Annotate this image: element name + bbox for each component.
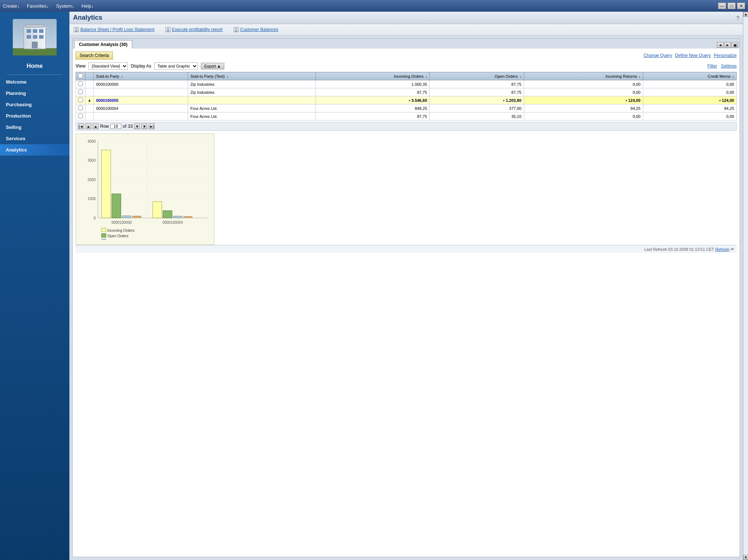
chart-container: 4000 3000 2000 1000 0	[76, 134, 214, 245]
sidebar-item-planning[interactable]: Planning	[0, 88, 69, 99]
row4-checkbox[interactable]	[78, 106, 83, 110]
row3-returns: ▪ 124,00	[524, 96, 643, 104]
settings-label[interactable]: Settings	[721, 64, 737, 69]
sidebar-item-production[interactable]: Production	[0, 110, 69, 122]
sidebar-item-analytics[interactable]: Analytics	[0, 144, 69, 156]
th-open-orders[interactable]: Open Orders ↕	[430, 72, 524, 80]
row3-checkbox-cell[interactable]	[76, 96, 85, 104]
link-customer-balances[interactable]: ☰ Customer Balances	[234, 27, 279, 32]
svg-rect-7	[27, 35, 31, 39]
chart-legend-open-label: Open Orders	[107, 234, 129, 238]
chart-legend-incoming-box	[102, 228, 106, 232]
toolbar-right: Change Query Define New Query Personaliz…	[644, 53, 737, 58]
row-label: Row	[100, 124, 109, 129]
select-all-checkbox[interactable]	[78, 73, 83, 78]
refresh-link[interactable]: Refresh	[715, 247, 729, 252]
tab-prev-button[interactable]: ◄	[717, 42, 724, 48]
scrollbar-right: ▲ ▼	[743, 12, 748, 560]
row3-returns-dot: ▪	[626, 98, 628, 103]
tab-customer-analysis[interactable]: Customer Analysis (30)	[74, 40, 132, 49]
page-first-button[interactable]: |◄	[78, 123, 84, 129]
svg-text:4000: 4000	[88, 139, 96, 143]
row4-incoming: 848,25	[316, 104, 429, 112]
sidebar-item-selling[interactable]: Selling	[0, 122, 69, 133]
row4-returns: 94,25	[524, 104, 643, 112]
th-incoming-returns[interactable]: Incoming Returns ↕	[524, 72, 643, 80]
page-last-button[interactable]: ►|	[149, 123, 154, 129]
filter-label[interactable]: Filter	[707, 64, 717, 69]
tab-close-button[interactable]: ▣	[732, 42, 738, 48]
row3-checkbox[interactable]	[78, 97, 83, 102]
content-panel: Customer Analysis (30) ◄ ► ▣ Search Crit…	[72, 38, 740, 557]
svg-rect-10	[32, 42, 38, 49]
link-profitability[interactable]: ☰ Execute profitability report	[165, 27, 223, 32]
scroll-up-button[interactable]: ▲	[743, 12, 748, 17]
links-bar: ☰ Balance Sheet / Profit Loss Statement …	[69, 24, 743, 35]
table-row: 0000100004 Four Acres Ltd. 848,25 377,00…	[76, 104, 737, 112]
tab-controls[interactable]: ◄ ► ▣	[717, 42, 738, 48]
change-query-link[interactable]: Change Query	[644, 53, 672, 58]
page-next2-button[interactable]: ▼	[141, 123, 147, 129]
row1-open: 87,75	[430, 80, 524, 88]
th-incoming-orders[interactable]: Incoming Orders ↕	[316, 72, 429, 80]
sort-incoming-orders-icon[interactable]: ↕	[425, 75, 427, 78]
row5-checkbox-cell[interactable]	[76, 112, 85, 120]
row5-sold-to-text: Four Acres Ltd.	[188, 112, 316, 120]
scroll-down-button[interactable]: ▼	[743, 555, 748, 560]
menu-bar[interactable]: Create↓ Favorites↓ System↓ Help↓	[3, 3, 94, 9]
sort-open-orders-icon[interactable]: ↕	[520, 75, 522, 78]
sort-incoming-returns-icon[interactable]: ↕	[639, 75, 641, 78]
row2-checkbox[interactable]	[78, 89, 83, 94]
view-label: View	[76, 64, 85, 69]
sidebar-item-welcome[interactable]: Welcome	[0, 76, 69, 88]
th-sold-to-party[interactable]: Sold-to Party ↕	[94, 72, 188, 80]
menu-system[interactable]: System↓	[56, 3, 75, 9]
table-area: Search Criteria Change Query Define New …	[73, 49, 740, 557]
row1-checkbox-cell[interactable]	[76, 80, 85, 88]
page-prev-button[interactable]: ▲	[85, 123, 91, 129]
search-criteria-button[interactable]: Search Criteria	[76, 51, 113, 60]
last-refresh-text: Last Refresh 03.10.2009 01:13:51 CET	[644, 247, 714, 252]
export-button[interactable]: Export ▲	[201, 63, 224, 69]
help-icon[interactable]: ?	[736, 15, 739, 21]
tab-next-button[interactable]: ►	[724, 42, 731, 48]
row1-icon-cell	[85, 80, 94, 88]
define-new-query-link[interactable]: Define New Query	[675, 53, 711, 58]
svg-text:0: 0	[94, 216, 96, 220]
sidebar-item-purchasing[interactable]: Purchasing	[0, 99, 69, 110]
chart-bar-g1-open	[112, 194, 121, 218]
page-next-button[interactable]: ▼	[134, 123, 140, 129]
minimize-button[interactable]: —	[718, 3, 726, 9]
row2-checkbox-cell[interactable]	[76, 88, 85, 96]
page-prev2-button[interactable]: ▲	[93, 123, 99, 129]
close-button[interactable]: ✕	[737, 3, 745, 9]
link-balance-sheet[interactable]: ☰ Balance Sheet / Profit Loss Statement	[74, 27, 154, 32]
row4-checkbox-cell[interactable]	[76, 104, 85, 112]
th-credit-memo[interactable]: Credit Memo ↕	[643, 72, 736, 80]
svg-rect-5	[33, 29, 37, 33]
top-bar: Analytics ?	[69, 12, 743, 24]
home-label: Home	[27, 63, 43, 69]
th-sold-to-party-text[interactable]: Sold-to Party (Text) ↕	[188, 72, 316, 80]
sidebar-item-services[interactable]: Services	[0, 133, 69, 144]
row1-credit: 0,00	[643, 80, 736, 88]
app-container: Home Welcome Planning Purchasing Product…	[0, 12, 748, 560]
menu-help[interactable]: Help↓	[81, 3, 94, 9]
sort-sold-to-icon[interactable]: ↕	[121, 75, 123, 78]
restore-button[interactable]: □	[728, 3, 736, 9]
sort-credit-memo-icon[interactable]: ↕	[733, 75, 734, 78]
menu-favorites[interactable]: Favorites↓	[27, 3, 49, 9]
menu-create[interactable]: Create↓	[3, 3, 20, 9]
display-as-select[interactable]: Table and Graphic	[154, 62, 198, 70]
row3-open: ▪ 1.203,80	[430, 96, 524, 104]
chart-svg: 4000 3000 2000 1000 0	[80, 138, 211, 240]
row3-sold-to: 0000100000	[94, 96, 188, 104]
page-input[interactable]	[110, 124, 121, 129]
view-select[interactable]: [Standard View]	[88, 62, 128, 70]
sort-sold-to-text-icon[interactable]: ↕	[226, 75, 228, 78]
personalize-link[interactable]: Personalize	[714, 53, 737, 58]
row5-credit: 0,00	[643, 112, 736, 120]
row5-checkbox[interactable]	[78, 114, 83, 118]
row1-checkbox[interactable]	[78, 81, 83, 86]
window-controls[interactable]: — □ ✕	[718, 3, 745, 9]
